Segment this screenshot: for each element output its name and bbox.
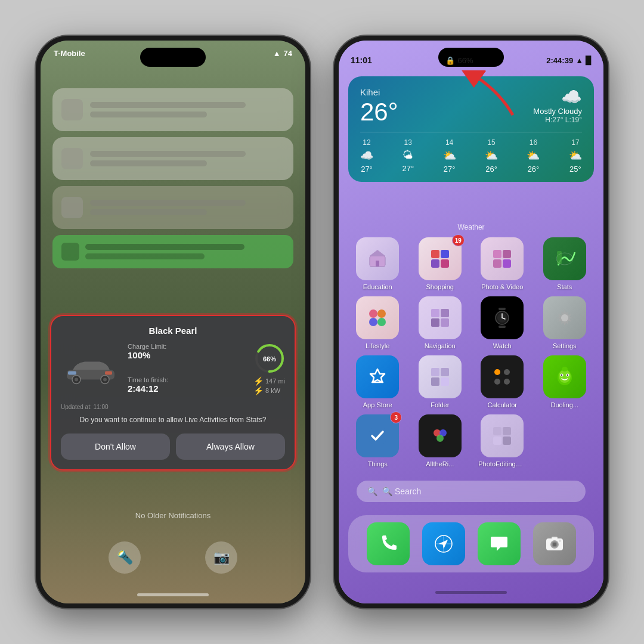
education-icon bbox=[356, 237, 399, 280]
forecast-icon-0: ☁️ bbox=[360, 149, 373, 162]
svg-point-2 bbox=[75, 378, 78, 382]
charge-limit-value: 100% bbox=[128, 350, 166, 360]
app-appstore[interactable]: App Store bbox=[348, 355, 407, 408]
calculator-label: Calculator bbox=[478, 401, 526, 408]
svg-rect-42 bbox=[431, 377, 439, 386]
notif-card-green[interactable] bbox=[52, 235, 293, 268]
folder-label: Folder bbox=[416, 401, 464, 408]
svg-rect-63 bbox=[503, 436, 511, 445]
svg-point-54 bbox=[562, 367, 568, 371]
status-icons-left: ▲ 74 bbox=[273, 49, 292, 58]
app-things[interactable]: 3 Things bbox=[348, 414, 407, 467]
camera-icon: 📷 bbox=[213, 550, 230, 565]
notif-icon-2 bbox=[61, 148, 83, 169]
navigation-label: Navigation bbox=[416, 342, 464, 349]
app-calculator[interactable]: Calculator bbox=[473, 355, 532, 408]
home-indicator-right[interactable] bbox=[435, 591, 507, 594]
svg-rect-61 bbox=[503, 427, 511, 435]
forecast-temp-5: 25° bbox=[569, 165, 581, 174]
forecast-day-4: 16 ⛅ 26° bbox=[527, 138, 540, 174]
status-center-right: 🔒 66% bbox=[445, 56, 473, 65]
notif-line bbox=[90, 209, 207, 215]
forecast-icon-4: ⛅ bbox=[527, 149, 540, 162]
app-folder[interactable]: Folder bbox=[411, 355, 470, 408]
forecast-day-5: 17 ⛅ 25° bbox=[569, 138, 582, 174]
navigation-icon bbox=[419, 296, 462, 339]
camera-lock-button[interactable]: 📷 bbox=[205, 541, 237, 574]
notification-cards bbox=[52, 88, 293, 274]
app-allthe[interactable]: AlltheRi... bbox=[411, 414, 470, 467]
stats-icon bbox=[543, 237, 586, 280]
dont-allow-button[interactable]: Don't Allow bbox=[61, 434, 170, 460]
app-stats[interactable]: Stats bbox=[535, 237, 595, 290]
notif-line bbox=[90, 112, 207, 117]
svg-point-59 bbox=[436, 435, 444, 442]
forecast-temp-2: 27° bbox=[444, 165, 456, 174]
forecast-icon-1: 🌤 bbox=[402, 149, 413, 162]
settings-label: Settings bbox=[541, 342, 589, 349]
app-navigation[interactable]: Navigation bbox=[411, 296, 470, 349]
app-lifestyle[interactable]: Lifestyle bbox=[348, 296, 407, 349]
dock-camera-button[interactable] bbox=[533, 522, 576, 565]
svg-rect-14 bbox=[431, 250, 439, 258]
weather-temp: 26° bbox=[360, 100, 398, 125]
power-value: ⚡ 8 kW bbox=[253, 386, 285, 395]
forecast-temp-0: 27° bbox=[361, 165, 373, 174]
svg-marker-67 bbox=[438, 537, 450, 549]
svg-rect-5 bbox=[68, 371, 76, 375]
svg-rect-41 bbox=[441, 368, 449, 376]
svg-rect-29 bbox=[441, 309, 449, 317]
svg-rect-21 bbox=[503, 259, 511, 268]
home-indicator-left[interactable] bbox=[137, 593, 209, 596]
app-duolingo[interactable]: Duoling... bbox=[535, 355, 595, 408]
app-education[interactable]: Education bbox=[348, 237, 407, 290]
dock-messages-button[interactable] bbox=[478, 522, 521, 565]
weather-forecast: 12 ☁️ 27° 13 🌤 27° 14 ⛅ 27° 15 ⛅ 26° 16 bbox=[360, 132, 582, 174]
day-label-3: 15 bbox=[487, 138, 495, 147]
notif-card-3[interactable] bbox=[52, 186, 293, 229]
photoediting-label: PhotoEditingSh... bbox=[478, 460, 526, 467]
forecast-temp-1: 27° bbox=[402, 164, 414, 173]
svg-rect-72 bbox=[552, 537, 558, 539]
svg-point-24 bbox=[369, 309, 377, 318]
app-photoediting[interactable]: PhotoEditingSh... bbox=[473, 414, 532, 467]
app-photo-video[interactable]: Photo & Video bbox=[473, 237, 532, 290]
dock-safari-button[interactable] bbox=[422, 522, 465, 565]
forecast-temp-4: 26° bbox=[528, 165, 540, 174]
day-label-1: 13 bbox=[404, 138, 412, 147]
svg-rect-30 bbox=[431, 318, 439, 327]
notif-line bbox=[85, 244, 244, 250]
app-watch[interactable]: Watch bbox=[473, 296, 532, 349]
flashlight-button[interactable]: 🔦 bbox=[109, 541, 141, 574]
appstore-icon bbox=[356, 355, 399, 398]
photo-video-label: Photo & Video bbox=[478, 283, 526, 290]
dock-phone-button[interactable] bbox=[367, 522, 410, 565]
svg-point-52 bbox=[561, 374, 562, 376]
education-label: Education bbox=[354, 283, 401, 290]
app-grid: Education 19 Shopping bbox=[345, 237, 597, 467]
things-badge: 3 bbox=[390, 411, 402, 423]
appstore-label: App Store bbox=[354, 401, 401, 408]
svg-rect-15 bbox=[441, 250, 449, 258]
flashlight-icon: 🔦 bbox=[117, 550, 133, 565]
shopping-label: Shopping bbox=[416, 283, 464, 290]
notif-line bbox=[90, 102, 246, 108]
allthe-icon bbox=[419, 414, 462, 457]
weather-condition: Mostly Cloudy bbox=[533, 107, 582, 116]
search-bar[interactable]: 🔍 🔍 Search bbox=[357, 481, 586, 502]
battery-left: 74 bbox=[284, 49, 292, 58]
photoediting-icon bbox=[481, 414, 524, 457]
svg-rect-60 bbox=[493, 427, 501, 435]
app-shopping[interactable]: 19 Shopping bbox=[411, 237, 470, 290]
svg-marker-12 bbox=[370, 250, 385, 256]
always-allow-button[interactable]: Always Allow bbox=[176, 434, 285, 460]
notif-card-2[interactable] bbox=[52, 137, 293, 180]
svg-point-49 bbox=[559, 370, 571, 383]
svg-rect-40 bbox=[431, 368, 439, 376]
svg-rect-28 bbox=[431, 309, 439, 317]
app-settings[interactable]: Settings bbox=[535, 296, 595, 349]
forecast-icon-2: ⛅ bbox=[443, 149, 456, 162]
status-right-icons-right: 2:44:39 ▲ ▉ bbox=[546, 56, 592, 65]
forecast-day-1: 13 🌤 27° bbox=[402, 138, 414, 174]
notif-card-1[interactable] bbox=[52, 88, 293, 131]
